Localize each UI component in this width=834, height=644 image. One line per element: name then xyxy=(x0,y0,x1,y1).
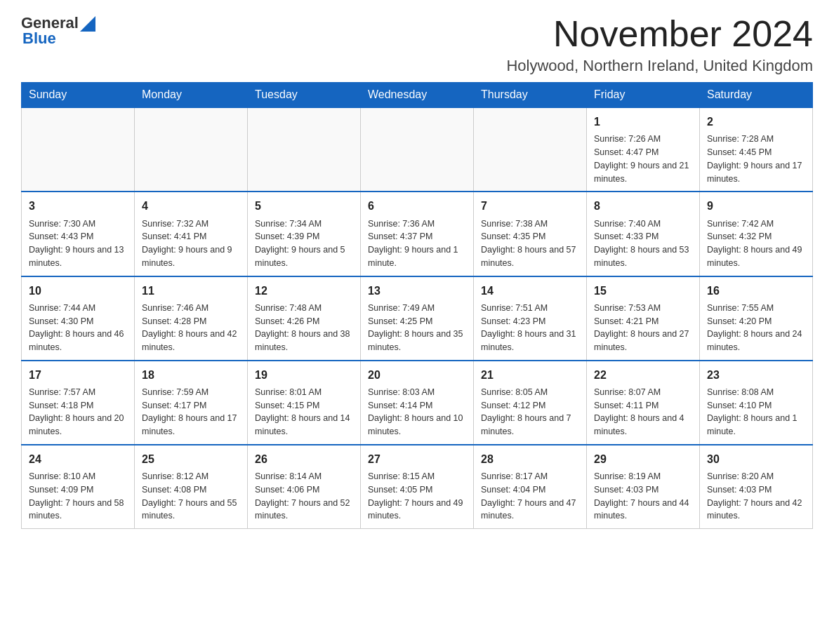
day-number: 13 xyxy=(368,283,466,299)
calendar-cell: 26Sunrise: 8:14 AM Sunset: 4:06 PM Dayli… xyxy=(248,445,361,529)
title-area: November 2024 Holywood, Northern Ireland… xyxy=(506,14,813,75)
calendar-cell: 27Sunrise: 8:15 AM Sunset: 4:05 PM Dayli… xyxy=(361,445,474,529)
day-info: Sunrise: 7:49 AM Sunset: 4:25 PM Dayligh… xyxy=(368,302,466,354)
calendar-cell: 9Sunrise: 7:42 AM Sunset: 4:32 PM Daylig… xyxy=(700,192,813,276)
day-number: 10 xyxy=(29,283,127,299)
calendar-cell: 6Sunrise: 7:36 AM Sunset: 4:37 PM Daylig… xyxy=(361,192,474,276)
day-info: Sunrise: 8:07 AM Sunset: 4:11 PM Dayligh… xyxy=(594,386,692,438)
day-number: 5 xyxy=(255,198,353,214)
logo: General Blue xyxy=(21,14,95,48)
day-info: Sunrise: 7:34 AM Sunset: 4:39 PM Dayligh… xyxy=(255,217,353,270)
calendar-cell: 10Sunrise: 7:44 AM Sunset: 4:30 PM Dayli… xyxy=(22,276,135,361)
calendar-cell xyxy=(248,107,361,192)
day-info: Sunrise: 7:46 AM Sunset: 4:28 PM Dayligh… xyxy=(142,302,240,354)
calendar-cell: 14Sunrise: 7:51 AM Sunset: 4:23 PM Dayli… xyxy=(474,276,587,361)
calendar-cell: 25Sunrise: 8:12 AM Sunset: 4:08 PM Dayli… xyxy=(135,445,248,529)
calendar-cell xyxy=(22,107,135,192)
day-number: 8 xyxy=(594,198,692,214)
calendar-day-header: Monday xyxy=(135,83,248,108)
calendar-cell: 21Sunrise: 8:05 AM Sunset: 4:12 PM Dayli… xyxy=(474,361,587,445)
day-info: Sunrise: 7:26 AM Sunset: 4:47 PM Dayligh… xyxy=(594,133,692,185)
calendar-cell: 12Sunrise: 7:48 AM Sunset: 4:26 PM Dayli… xyxy=(248,276,361,361)
calendar-week-row: 3Sunrise: 7:30 AM Sunset: 4:43 PM Daylig… xyxy=(22,192,813,276)
day-number: 19 xyxy=(255,367,353,383)
calendar-cell xyxy=(135,107,248,192)
day-number: 23 xyxy=(707,367,805,383)
calendar-cell: 11Sunrise: 7:46 AM Sunset: 4:28 PM Dayli… xyxy=(135,276,248,361)
day-info: Sunrise: 8:10 AM Sunset: 4:09 PM Dayligh… xyxy=(29,470,127,523)
calendar-day-header: Friday xyxy=(587,83,700,108)
calendar-cell: 23Sunrise: 8:08 AM Sunset: 4:10 PM Dayli… xyxy=(700,361,813,445)
calendar-cell: 3Sunrise: 7:30 AM Sunset: 4:43 PM Daylig… xyxy=(22,192,135,276)
page-header: General Blue November 2024 Holywood, Nor… xyxy=(21,14,813,75)
day-number: 21 xyxy=(481,367,579,383)
calendar-cell: 7Sunrise: 7:38 AM Sunset: 4:35 PM Daylig… xyxy=(474,192,587,276)
logo-blue-text: Blue xyxy=(22,29,56,48)
day-info: Sunrise: 8:20 AM Sunset: 4:03 PM Dayligh… xyxy=(707,470,805,523)
day-info: Sunrise: 8:08 AM Sunset: 4:10 PM Dayligh… xyxy=(707,386,805,438)
day-number: 26 xyxy=(255,451,353,467)
day-number: 7 xyxy=(481,198,579,214)
day-number: 18 xyxy=(142,367,240,383)
day-number: 24 xyxy=(29,451,127,467)
page-title: November 2024 xyxy=(506,14,813,54)
day-info: Sunrise: 8:01 AM Sunset: 4:15 PM Dayligh… xyxy=(255,386,353,438)
day-number: 2 xyxy=(707,114,805,130)
day-info: Sunrise: 7:48 AM Sunset: 4:26 PM Dayligh… xyxy=(255,302,353,354)
calendar-week-row: 24Sunrise: 8:10 AM Sunset: 4:09 PM Dayli… xyxy=(22,445,813,529)
day-info: Sunrise: 7:57 AM Sunset: 4:18 PM Dayligh… xyxy=(29,386,127,438)
day-number: 29 xyxy=(594,451,692,467)
day-info: Sunrise: 7:28 AM Sunset: 4:45 PM Dayligh… xyxy=(707,133,805,185)
day-number: 15 xyxy=(594,283,692,299)
day-info: Sunrise: 7:53 AM Sunset: 4:21 PM Dayligh… xyxy=(594,302,692,354)
day-number: 28 xyxy=(481,451,579,467)
logo-triangle-icon xyxy=(80,16,95,32)
calendar-cell: 13Sunrise: 7:49 AM Sunset: 4:25 PM Dayli… xyxy=(361,276,474,361)
calendar-cell: 22Sunrise: 8:07 AM Sunset: 4:11 PM Dayli… xyxy=(587,361,700,445)
day-number: 27 xyxy=(368,451,466,467)
calendar-cell: 16Sunrise: 7:55 AM Sunset: 4:20 PM Dayli… xyxy=(700,276,813,361)
day-info: Sunrise: 7:59 AM Sunset: 4:17 PM Dayligh… xyxy=(142,386,240,438)
calendar-cell: 28Sunrise: 8:17 AM Sunset: 4:04 PM Dayli… xyxy=(474,445,587,529)
calendar-header-row: SundayMondayTuesdayWednesdayThursdayFrid… xyxy=(22,83,813,108)
day-number: 25 xyxy=(142,451,240,467)
day-info: Sunrise: 7:32 AM Sunset: 4:41 PM Dayligh… xyxy=(142,217,240,270)
day-number: 30 xyxy=(707,451,805,467)
day-info: Sunrise: 8:19 AM Sunset: 4:03 PM Dayligh… xyxy=(594,470,692,523)
day-info: Sunrise: 8:05 AM Sunset: 4:12 PM Dayligh… xyxy=(481,386,579,438)
day-info: Sunrise: 8:14 AM Sunset: 4:06 PM Dayligh… xyxy=(255,470,353,523)
day-number: 3 xyxy=(29,198,127,214)
calendar-week-row: 1Sunrise: 7:26 AM Sunset: 4:47 PM Daylig… xyxy=(22,107,813,192)
calendar-cell: 30Sunrise: 8:20 AM Sunset: 4:03 PM Dayli… xyxy=(700,445,813,529)
calendar-day-header: Saturday xyxy=(700,83,813,108)
calendar-cell: 20Sunrise: 8:03 AM Sunset: 4:14 PM Dayli… xyxy=(361,361,474,445)
calendar-cell: 29Sunrise: 8:19 AM Sunset: 4:03 PM Dayli… xyxy=(587,445,700,529)
day-info: Sunrise: 7:51 AM Sunset: 4:23 PM Dayligh… xyxy=(481,302,579,354)
calendar-cell: 4Sunrise: 7:32 AM Sunset: 4:41 PM Daylig… xyxy=(135,192,248,276)
calendar-cell: 5Sunrise: 7:34 AM Sunset: 4:39 PM Daylig… xyxy=(248,192,361,276)
day-info: Sunrise: 7:42 AM Sunset: 4:32 PM Dayligh… xyxy=(707,217,805,270)
day-info: Sunrise: 8:12 AM Sunset: 4:08 PM Dayligh… xyxy=(142,470,240,523)
svg-marker-0 xyxy=(80,16,95,32)
day-info: Sunrise: 7:30 AM Sunset: 4:43 PM Dayligh… xyxy=(29,217,127,270)
calendar-cell xyxy=(474,107,587,192)
day-info: Sunrise: 8:03 AM Sunset: 4:14 PM Dayligh… xyxy=(368,386,466,438)
day-number: 11 xyxy=(142,283,240,299)
day-number: 9 xyxy=(707,198,805,214)
day-number: 20 xyxy=(368,367,466,383)
calendar-cell: 24Sunrise: 8:10 AM Sunset: 4:09 PM Dayli… xyxy=(22,445,135,529)
calendar-week-row: 10Sunrise: 7:44 AM Sunset: 4:30 PM Dayli… xyxy=(22,276,813,361)
calendar-week-row: 17Sunrise: 7:57 AM Sunset: 4:18 PM Dayli… xyxy=(22,361,813,445)
day-number: 4 xyxy=(142,198,240,214)
calendar-cell: 2Sunrise: 7:28 AM Sunset: 4:45 PM Daylig… xyxy=(700,107,813,192)
calendar-cell: 15Sunrise: 7:53 AM Sunset: 4:21 PM Dayli… xyxy=(587,276,700,361)
day-info: Sunrise: 7:36 AM Sunset: 4:37 PM Dayligh… xyxy=(368,217,466,270)
page-subtitle: Holywood, Northern Ireland, United Kingd… xyxy=(506,57,813,75)
day-number: 17 xyxy=(29,367,127,383)
calendar-table: SundayMondayTuesdayWednesdayThursdayFrid… xyxy=(21,82,813,529)
day-info: Sunrise: 7:38 AM Sunset: 4:35 PM Dayligh… xyxy=(481,217,579,270)
calendar-cell: 18Sunrise: 7:59 AM Sunset: 4:17 PM Dayli… xyxy=(135,361,248,445)
day-info: Sunrise: 7:55 AM Sunset: 4:20 PM Dayligh… xyxy=(707,302,805,354)
calendar-cell: 17Sunrise: 7:57 AM Sunset: 4:18 PM Dayli… xyxy=(22,361,135,445)
day-info: Sunrise: 7:44 AM Sunset: 4:30 PM Dayligh… xyxy=(29,302,127,354)
